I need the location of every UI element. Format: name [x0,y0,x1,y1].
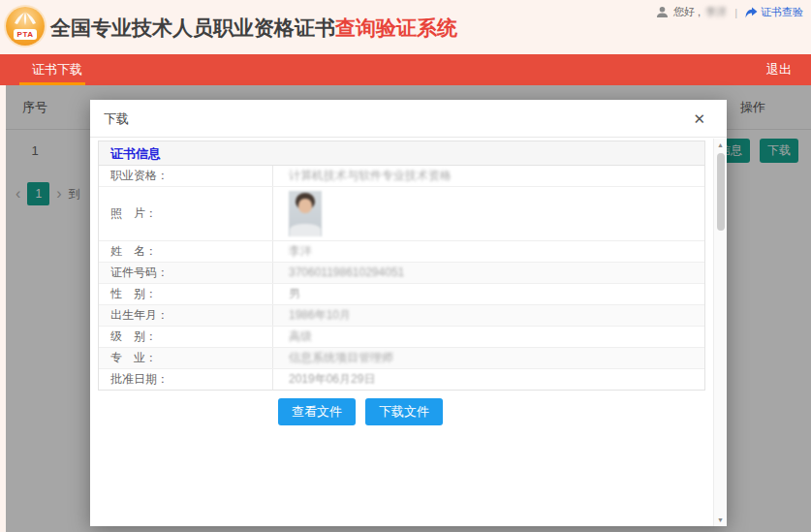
certificate-verify-link[interactable]: 证书查验 [745,5,803,19]
field-label: 出生年月： [99,305,273,326]
field-row-id-number: 证件号码： 370601198610294051 [99,263,704,284]
userbar-separator: | [734,7,737,18]
view-file-button[interactable]: 查看文件 [278,398,356,425]
greeting-text: 您好 , [673,5,701,19]
field-row-photo: 照 片： [99,187,704,241]
field-row-gender: 性 别： 男 [99,284,704,305]
logo-pta-text: PTA [14,29,37,40]
close-icon[interactable]: ✕ [693,100,705,138]
field-label: 级 别： [99,327,273,347]
field-value: 1986年10月 [273,305,351,326]
field-label: 批准日期： [99,369,273,390]
field-value: 信息系统项目管理师 [273,348,393,368]
photo-shirt [290,224,321,236]
tab-certificate-download[interactable]: 证书下载 [19,54,95,85]
field-label: 姓 名： [99,241,273,262]
field-label: 职业资格： [99,166,273,186]
field-label: 证件号码： [99,263,273,283]
modal-title: 下载 [104,100,129,138]
field-label: 专 业： [99,348,273,368]
field-row-name: 姓 名： 李洋 [99,241,704,263]
field-value: 李洋 [273,241,312,262]
field-row-approval-date: 批准日期： 2019年06月29日 [99,369,704,390]
field-row-level: 级 别： 高级 [99,327,704,348]
download-modal: 下载 ✕ 证书信息 职业资格： 计算机技术与软件专业技术资格 照 片： 姓 名：… [90,100,727,526]
modal-header: 下载 ✕ [90,100,727,138]
download-file-button[interactable]: 下载文件 [365,398,443,425]
photo-face [298,199,312,213]
modal-scrollbar[interactable]: ▲ ▼ [713,139,727,526]
field-row-birth: 出生年月： 1986年10月 [99,305,704,327]
scroll-up-icon[interactable]: ▲ [714,141,727,148]
page-title: 全国专业技术人员职业资格证书查询验证系统 [50,15,457,42]
main-nav: 证书下载 退出 [0,54,811,85]
pta-logo-icon: PTA [6,7,45,46]
modal-buttons: 查看文件 下载文件 [278,398,705,425]
certificate-photo [289,191,322,236]
scroll-down-icon[interactable]: ▼ [714,516,727,523]
modal-body: 证书信息 职业资格： 计算机技术与软件专业技术资格 照 片： 姓 名： 李洋 证… [98,139,705,526]
field-value: 高级 [273,327,312,347]
page-header: PTA 全国专业技术人员职业资格证书查询验证系统 您好 , 李洋 | 证书查验 [0,0,811,54]
username: 李洋 [705,5,727,19]
field-row-qualification: 职业资格： 计算机技术与软件专业技术资格 [99,166,704,187]
share-arrow-icon [745,7,758,18]
title-main: 全国专业技术人员职业资格证书 [50,16,335,39]
field-value: 计算机技术与软件专业技术资格 [273,166,452,186]
section-title: 证书信息 [99,141,704,166]
user-icon [656,6,669,18]
user-bar: 您好 , 李洋 | 证书查验 [656,5,803,19]
title-accent: 查询验证系统 [335,16,457,39]
field-label: 照 片： [99,187,273,240]
certificate-info-box: 证书信息 职业资格： 计算机技术与软件专业技术资格 照 片： 姓 名： 李洋 证… [98,141,705,391]
field-value: 男 [273,284,300,304]
scrollbar-thumb[interactable] [717,153,725,231]
verify-link-label: 证书查验 [761,5,803,19]
field-value: 2019年06月29日 [273,369,375,390]
field-row-major: 专 业： 信息系统项目管理师 [99,348,704,369]
field-value: 370601198610294051 [273,263,404,283]
logout-button[interactable]: 退出 [766,54,792,85]
field-label: 性 别： [99,284,273,304]
